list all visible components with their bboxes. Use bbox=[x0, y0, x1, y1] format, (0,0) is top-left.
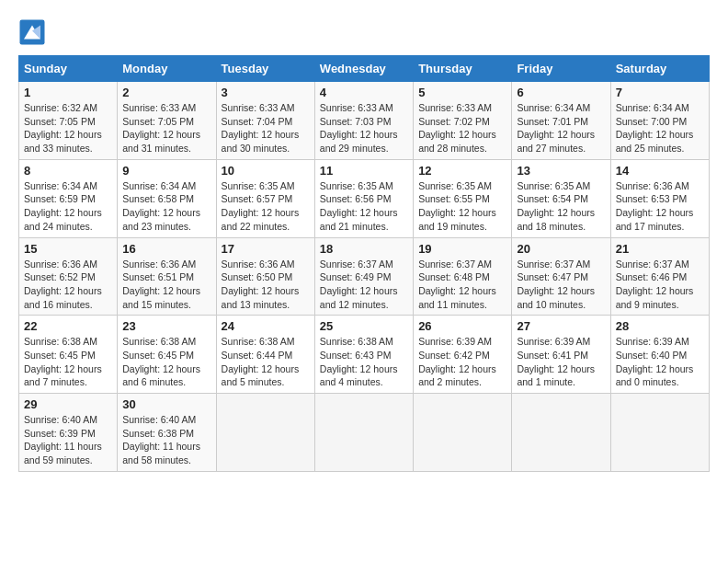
weekday-tuesday: Tuesday bbox=[216, 56, 314, 82]
day-number: 27 bbox=[517, 319, 605, 333]
day-info: Sunrise: 6:36 AM Sunset: 6:52 PM Dayligh… bbox=[24, 258, 112, 312]
calendar-cell: 15Sunrise: 6:36 AM Sunset: 6:52 PM Dayli… bbox=[19, 237, 118, 316]
weekday-header-row: SundayMondayTuesdayWednesdayThursdayFrid… bbox=[19, 56, 710, 82]
day-info: Sunrise: 6:33 AM Sunset: 7:04 PM Dayligh… bbox=[222, 101, 310, 155]
calendar-cell: 17Sunrise: 6:36 AM Sunset: 6:50 PM Dayli… bbox=[216, 237, 314, 316]
day-number: 16 bbox=[122, 242, 210, 256]
calendar-cell bbox=[512, 394, 610, 472]
day-number: 6 bbox=[517, 86, 605, 99]
day-number: 7 bbox=[616, 86, 704, 99]
day-number: 3 bbox=[222, 86, 310, 99]
day-number: 11 bbox=[320, 164, 408, 178]
calendar-cell: 18Sunrise: 6:37 AM Sunset: 6:49 PM Dayli… bbox=[314, 237, 413, 316]
day-number: 24 bbox=[222, 319, 310, 333]
day-info: Sunrise: 6:33 AM Sunset: 7:05 PM Dayligh… bbox=[122, 101, 210, 155]
day-number: 15 bbox=[24, 242, 112, 256]
day-info: Sunrise: 6:36 AM Sunset: 6:53 PM Dayligh… bbox=[616, 179, 704, 234]
day-info: Sunrise: 6:40 AM Sunset: 6:39 PM Dayligh… bbox=[24, 413, 112, 467]
calendar-cell: 6Sunrise: 6:34 AM Sunset: 7:01 PM Daylig… bbox=[512, 82, 610, 160]
day-info: Sunrise: 6:40 AM Sunset: 6:38 PM Dayligh… bbox=[122, 413, 210, 467]
day-number: 26 bbox=[418, 319, 506, 333]
calendar-cell bbox=[314, 394, 413, 472]
day-info: Sunrise: 6:36 AM Sunset: 6:50 PM Dayligh… bbox=[222, 258, 310, 312]
day-info: Sunrise: 6:32 AM Sunset: 7:05 PM Dayligh… bbox=[24, 101, 112, 155]
calendar-week-4: 22Sunrise: 6:38 AM Sunset: 6:45 PM Dayli… bbox=[19, 316, 710, 394]
day-number: 21 bbox=[616, 242, 704, 256]
day-info: Sunrise: 6:34 AM Sunset: 7:00 PM Dayligh… bbox=[616, 101, 704, 155]
day-number: 13 bbox=[517, 164, 605, 178]
calendar-cell: 24Sunrise: 6:38 AM Sunset: 6:44 PM Dayli… bbox=[216, 316, 314, 394]
page-header bbox=[18, 18, 710, 46]
day-info: Sunrise: 6:39 AM Sunset: 6:41 PM Dayligh… bbox=[517, 335, 605, 389]
calendar-cell: 12Sunrise: 6:35 AM Sunset: 6:55 PM Dayli… bbox=[414, 159, 512, 237]
logo bbox=[18, 18, 48, 46]
day-number: 17 bbox=[222, 242, 310, 256]
calendar-cell: 4Sunrise: 6:33 AM Sunset: 7:03 PM Daylig… bbox=[314, 82, 413, 160]
day-info: Sunrise: 6:35 AM Sunset: 6:54 PM Dayligh… bbox=[517, 179, 605, 234]
day-number: 5 bbox=[418, 86, 506, 99]
calendar-cell bbox=[414, 394, 512, 472]
calendar-cell: 27Sunrise: 6:39 AM Sunset: 6:41 PM Dayli… bbox=[512, 316, 610, 394]
day-info: Sunrise: 6:38 AM Sunset: 6:45 PM Dayligh… bbox=[122, 335, 210, 389]
day-number: 19 bbox=[418, 242, 506, 256]
calendar-cell: 5Sunrise: 6:33 AM Sunset: 7:02 PM Daylig… bbox=[414, 82, 512, 160]
calendar-cell: 20Sunrise: 6:37 AM Sunset: 6:47 PM Dayli… bbox=[512, 237, 610, 316]
day-info: Sunrise: 6:33 AM Sunset: 7:02 PM Dayligh… bbox=[418, 101, 506, 155]
day-info: Sunrise: 6:36 AM Sunset: 6:51 PM Dayligh… bbox=[122, 258, 210, 312]
calendar-cell: 23Sunrise: 6:38 AM Sunset: 6:45 PM Dayli… bbox=[118, 316, 216, 394]
day-info: Sunrise: 6:34 AM Sunset: 7:01 PM Dayligh… bbox=[517, 101, 605, 155]
calendar-cell: 22Sunrise: 6:38 AM Sunset: 6:45 PM Dayli… bbox=[19, 316, 118, 394]
day-number: 8 bbox=[24, 164, 112, 178]
calendar-cell: 26Sunrise: 6:39 AM Sunset: 6:42 PM Dayli… bbox=[414, 316, 512, 394]
calendar-cell bbox=[216, 394, 314, 472]
day-info: Sunrise: 6:33 AM Sunset: 7:03 PM Dayligh… bbox=[320, 101, 408, 155]
calendar-cell: 16Sunrise: 6:36 AM Sunset: 6:51 PM Dayli… bbox=[118, 237, 216, 316]
calendar-cell: 7Sunrise: 6:34 AM Sunset: 7:00 PM Daylig… bbox=[610, 82, 709, 160]
day-number: 18 bbox=[320, 242, 408, 256]
day-info: Sunrise: 6:39 AM Sunset: 6:40 PM Dayligh… bbox=[616, 335, 704, 389]
weekday-saturday: Saturday bbox=[610, 56, 709, 82]
calendar-cell: 3Sunrise: 6:33 AM Sunset: 7:04 PM Daylig… bbox=[216, 82, 314, 160]
day-number: 28 bbox=[616, 319, 704, 333]
day-number: 30 bbox=[122, 397, 210, 411]
logo-icon bbox=[18, 18, 46, 46]
day-number: 9 bbox=[122, 164, 210, 178]
calendar-week-5: 29Sunrise: 6:40 AM Sunset: 6:39 PM Dayli… bbox=[19, 394, 710, 472]
weekday-monday: Monday bbox=[118, 56, 216, 82]
calendar-week-3: 15Sunrise: 6:36 AM Sunset: 6:52 PM Dayli… bbox=[19, 237, 710, 316]
weekday-thursday: Thursday bbox=[414, 56, 512, 82]
weekday-friday: Friday bbox=[512, 56, 610, 82]
day-info: Sunrise: 6:35 AM Sunset: 6:57 PM Dayligh… bbox=[222, 179, 310, 234]
day-number: 23 bbox=[122, 319, 210, 333]
day-number: 12 bbox=[418, 164, 506, 178]
day-info: Sunrise: 6:34 AM Sunset: 6:58 PM Dayligh… bbox=[122, 179, 210, 234]
calendar-cell: 9Sunrise: 6:34 AM Sunset: 6:58 PM Daylig… bbox=[118, 159, 216, 237]
calendar-cell: 29Sunrise: 6:40 AM Sunset: 6:39 PM Dayli… bbox=[19, 394, 118, 472]
calendar-cell: 21Sunrise: 6:37 AM Sunset: 6:46 PM Dayli… bbox=[610, 237, 709, 316]
day-info: Sunrise: 6:35 AM Sunset: 6:55 PM Dayligh… bbox=[418, 179, 506, 234]
day-number: 1 bbox=[24, 86, 112, 99]
day-number: 2 bbox=[122, 86, 210, 99]
calendar-cell: 14Sunrise: 6:36 AM Sunset: 6:53 PM Dayli… bbox=[610, 159, 709, 237]
day-info: Sunrise: 6:37 AM Sunset: 6:48 PM Dayligh… bbox=[418, 258, 506, 312]
day-info: Sunrise: 6:37 AM Sunset: 6:47 PM Dayligh… bbox=[517, 258, 605, 312]
calendar-cell: 30Sunrise: 6:40 AM Sunset: 6:38 PM Dayli… bbox=[118, 394, 216, 472]
calendar-cell: 25Sunrise: 6:38 AM Sunset: 6:43 PM Dayli… bbox=[314, 316, 413, 394]
day-info: Sunrise: 6:38 AM Sunset: 6:45 PM Dayligh… bbox=[24, 335, 112, 389]
calendar-cell: 13Sunrise: 6:35 AM Sunset: 6:54 PM Dayli… bbox=[512, 159, 610, 237]
calendar-cell: 11Sunrise: 6:35 AM Sunset: 6:56 PM Dayli… bbox=[314, 159, 413, 237]
day-info: Sunrise: 6:34 AM Sunset: 6:59 PM Dayligh… bbox=[24, 179, 112, 234]
day-info: Sunrise: 6:38 AM Sunset: 6:43 PM Dayligh… bbox=[320, 335, 408, 389]
day-number: 14 bbox=[616, 164, 704, 178]
calendar-cell: 28Sunrise: 6:39 AM Sunset: 6:40 PM Dayli… bbox=[610, 316, 709, 394]
weekday-sunday: Sunday bbox=[19, 56, 118, 82]
calendar-cell: 8Sunrise: 6:34 AM Sunset: 6:59 PM Daylig… bbox=[19, 159, 118, 237]
day-number: 25 bbox=[320, 319, 408, 333]
day-info: Sunrise: 6:39 AM Sunset: 6:42 PM Dayligh… bbox=[418, 335, 506, 389]
weekday-wednesday: Wednesday bbox=[314, 56, 413, 82]
calendar-cell bbox=[610, 394, 709, 472]
calendar-body: 1Sunrise: 6:32 AM Sunset: 7:05 PM Daylig… bbox=[19, 82, 710, 472]
day-number: 29 bbox=[24, 397, 112, 411]
calendar-cell: 1Sunrise: 6:32 AM Sunset: 7:05 PM Daylig… bbox=[19, 82, 118, 160]
day-info: Sunrise: 6:37 AM Sunset: 6:49 PM Dayligh… bbox=[320, 258, 408, 312]
